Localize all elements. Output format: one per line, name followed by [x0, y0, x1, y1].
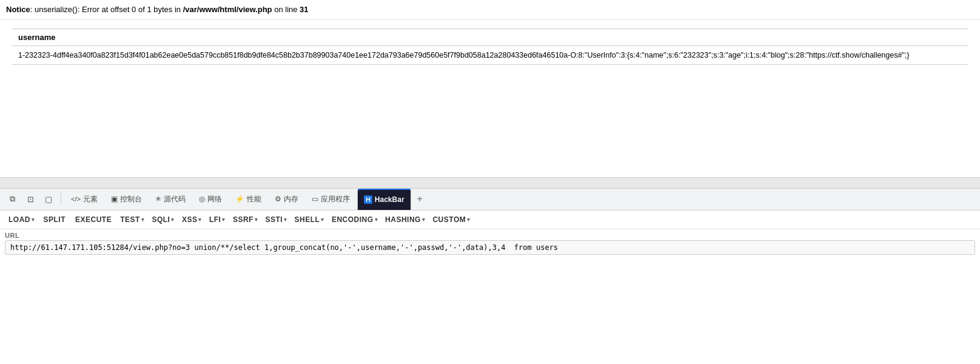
dock-left-icon[interactable]: ⧉: [4, 190, 21, 207]
ssrf-button[interactable]: SSRF ▾: [229, 213, 262, 226]
console-icon: ▣: [111, 195, 118, 203]
devtools-tabbar: ⧉ ⊡ ▢ </> 元素 ▣ 控制台 ✳ 源代码 ◎ 网络 ⚡ 性能 ⚙ 内存 …: [0, 189, 980, 211]
tab-hackbar[interactable]: H HackBar: [357, 189, 411, 210]
test-label: TEST: [120, 215, 140, 224]
new-tab-button[interactable]: +: [412, 191, 428, 207]
encoding-label: ENCODING: [332, 215, 374, 224]
table-row: 1-232323-4dff4ea340f0a823f15d3f4f01ab62e…: [12, 46, 968, 64]
custom-arrow: ▾: [467, 217, 471, 223]
tab-memory-label: 内存: [284, 194, 298, 204]
url-area: URL: [0, 229, 980, 258]
hashing-button[interactable]: HASHING ▾: [381, 213, 429, 226]
tab-performance-label: 性能: [247, 194, 261, 204]
tab-elements[interactable]: </> 元素: [65, 189, 104, 210]
sqli-arrow: ▾: [171, 217, 175, 223]
content-area: username 1-232323-4dff4ea340f0a823f15d3f…: [0, 20, 980, 178]
sources-icon: ✳: [155, 195, 161, 203]
load-button[interactable]: LOAD ▾: [5, 213, 39, 226]
tab-performance[interactable]: ⚡ 性能: [229, 189, 267, 210]
xss-label: XSS: [182, 215, 198, 224]
tab-sources[interactable]: ✳ 源代码: [149, 189, 192, 210]
tab-memory[interactable]: ⚙ 内存: [269, 189, 304, 210]
lfi-button[interactable]: LFI ▾: [206, 213, 229, 226]
content-table: username 1-232323-4dff4ea340f0a823f15d3f…: [12, 29, 968, 65]
hackbar-toolbar: LOAD ▾ SPLIT EXECUTE TEST ▾ SQLI ▾ XSS ▾…: [0, 211, 980, 229]
tab-application-label: 应用程序: [321, 194, 350, 204]
ssrf-arrow: ▾: [255, 217, 258, 223]
load-label: LOAD: [8, 215, 30, 224]
column-header-username: username: [12, 29, 968, 46]
execute-button[interactable]: EXECUTE: [70, 213, 116, 226]
xss-arrow: ▾: [198, 217, 202, 223]
notice-path: /var/www/html/view.php: [183, 5, 272, 14]
notice-line-num: 31: [300, 5, 308, 14]
xss-button[interactable]: XSS ▾: [178, 213, 206, 226]
sqli-button[interactable]: SQLI ▾: [148, 213, 178, 226]
dock-bottom-icon[interactable]: ⊡: [22, 190, 39, 207]
ssti-arrow: ▾: [284, 217, 287, 223]
hackbar-icon: H: [364, 195, 372, 204]
ssti-label: SSTI: [265, 215, 283, 224]
dock-separate-icon[interactable]: ▢: [40, 190, 57, 207]
network-icon: ◎: [199, 195, 205, 203]
tab-console-label: 控制台: [120, 194, 142, 204]
lfi-label: LFI: [209, 215, 221, 224]
ssrf-label: SSRF: [233, 215, 253, 224]
notice-label: Notice: [6, 5, 30, 14]
hashing-arrow: ▾: [422, 217, 426, 223]
shell-label: SHELL: [295, 215, 320, 224]
tab-hackbar-label: HackBar: [375, 195, 404, 204]
encoding-button[interactable]: ENCODING ▾: [328, 213, 381, 226]
cell-username-value: 1-232323-4dff4ea340f0a823f15d3f4f01ab62e…: [12, 46, 968, 64]
memory-icon: ⚙: [275, 195, 281, 203]
test-button[interactable]: TEST ▾: [116, 213, 148, 226]
tab-network[interactable]: ◎ 网络: [193, 189, 228, 210]
lfi-arrow: ▾: [222, 217, 226, 223]
encoding-arrow: ▾: [375, 217, 378, 223]
hashing-label: HASHING: [385, 215, 421, 224]
sqli-label: SQLI: [152, 215, 170, 224]
ssti-button[interactable]: SSTI ▾: [261, 213, 290, 226]
custom-label: CUSTOM: [432, 215, 466, 224]
notice-text: : unserialize(): Error at offset 0 of 1 …: [30, 5, 183, 14]
application-icon: ▭: [312, 195, 318, 203]
horizontal-scrollbar[interactable]: [0, 178, 980, 189]
elements-icon: </>: [71, 195, 81, 203]
url-label: URL: [5, 232, 975, 239]
performance-icon: ⚡: [235, 195, 244, 203]
test-arrow: ▾: [141, 217, 145, 223]
tab-console[interactable]: ▣ 控制台: [105, 189, 148, 210]
tab-sources-label: 源代码: [164, 194, 186, 204]
url-input[interactable]: [5, 240, 975, 255]
tab-application[interactable]: ▭ 应用程序: [306, 189, 356, 210]
shell-button[interactable]: SHELL ▾: [291, 213, 328, 226]
shell-arrow: ▾: [321, 217, 324, 223]
load-arrow: ▾: [32, 217, 35, 223]
notice-bar: Notice: unserialize(): Error at offset 0…: [0, 0, 980, 20]
tab-network-label: 网络: [207, 194, 222, 204]
notice-line-text: on line: [272, 5, 300, 14]
split-button[interactable]: SPLIT: [39, 213, 71, 226]
custom-button[interactable]: CUSTOM ▾: [429, 213, 474, 226]
tab-separator: [61, 193, 61, 205]
tab-elements-label: 元素: [83, 194, 98, 204]
